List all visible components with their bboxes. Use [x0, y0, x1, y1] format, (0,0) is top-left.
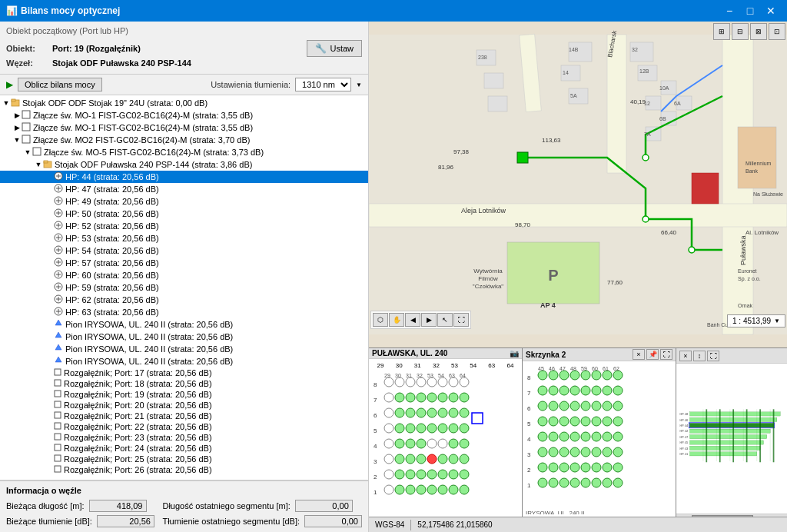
svg-text:77,60: 77,60 [607, 279, 623, 286]
tree-item[interactable]: HP: 47 (strata: 20,56 dB) [0, 183, 368, 195]
biezace-tlumienie-input[interactable] [97, 515, 154, 527]
coord-divider [410, 520, 411, 530]
dlugosc-ostatniego-input[interactable] [295, 500, 353, 512]
tree-item[interactable]: Pion IRYSOWA, UL. 240 II (strata: 20,56 … [0, 318, 368, 331]
tree-item[interactable]: ▶Złącze św. MO-1 FIST-GC02-BC16(24)-M (s… [0, 121, 368, 134]
tlumienia-select[interactable]: 1310 nm 1550 nm [295, 78, 351, 91]
nav-extent-btn[interactable]: ⛶ [453, 313, 469, 327]
tree-item[interactable]: HP: 62 (strata: 20,56 dB) [0, 294, 368, 306]
svg-point-255 [538, 463, 547, 472]
svg-point-225 [560, 401, 569, 411]
optical-close-btn[interactable]: × [679, 351, 692, 361]
svg-point-260 [592, 463, 601, 472]
tree-expand-icon[interactable]: ▼ [23, 148, 32, 156]
schema2-close-btn[interactable]: × [633, 349, 645, 360]
tree-item[interactable]: Pion IRYSOWA, UL. 240 II (strata: 20,56 … [0, 355, 368, 367]
svg-text:4: 4 [527, 436, 531, 443]
svg-point-224 [549, 401, 558, 411]
svg-rect-303 [719, 409, 721, 462]
svg-text:Ornak: Ornak [738, 303, 753, 308]
svg-text:32: 32 [632, 47, 638, 52]
tree-item[interactable]: Rozgałęźnik; Port: 17 (strata: 20,56 dB) [0, 367, 368, 378]
tree-item[interactable]: ▼Złącze św. MO-5 FIST-GC02-BC16(24)-M (s… [0, 146, 368, 158]
optical-scrollbar[interactable] [676, 514, 787, 517]
object-value: Port: 19 (Rozgałęźnik) [52, 44, 141, 53]
tree-item-text: Pion IRYSOWA, UL. 240 II (strata: 20,56 … [65, 357, 233, 366]
tree-item[interactable]: Rozgałęźnik; Port: 20 (strata: 20,56 dB) [0, 400, 368, 411]
tree-item[interactable]: HP: 44 (strata: 20,56 dB) [0, 171, 368, 183]
map-grid4-btn[interactable]: ⊡ [769, 23, 785, 40]
close-button[interactable]: ✕ [761, 0, 781, 22]
svg-point-170 [427, 454, 437, 464]
tree-item[interactable]: HP: 53 (strata: 20,56 dB) [0, 232, 368, 244]
nav-cursor-btn[interactable]: ↖ [437, 313, 453, 327]
minimize-button[interactable]: − [719, 0, 739, 22]
map-area[interactable]: ⊞ ⊟ ⊠ ⊡ ⬡ ✋ ◀ ▶ ↖ ⛶ 1 : 4513,99 ▼ [369, 22, 787, 347]
tree-item[interactable]: Rozgałęźnik; Port: 25 (strata: 20,56 dB) [0, 454, 368, 464]
svg-text:8: 8 [527, 374, 531, 381]
tree-item[interactable]: ▼Złącze św. MO2 FIST-GC02-BC16(24)-M (st… [0, 134, 368, 146]
tree-item[interactable]: ▼Stojak ODF ODF Stojak 19" 24U (strata: … [0, 97, 368, 109]
svg-text:31: 31 [406, 373, 412, 378]
toolbar-row: ▶ Oblicz bilans mocy Ustawienia tłumieni… [0, 75, 368, 95]
optical-arrows-btn[interactable]: ↕ [693, 351, 706, 361]
biezaca-dlugosc-input[interactable] [89, 500, 147, 512]
app-icon: 📊 [6, 5, 18, 16]
map-grid3-btn[interactable]: ⊠ [750, 23, 767, 40]
tree-item[interactable]: Rozgałęźnik; Port: 19 (strata: 20,56 dB) [0, 389, 368, 400]
svg-rect-1 [12, 99, 15, 101]
tree-item[interactable]: Rozgałęźnik; Port: 18 (strata: 20,56 dB) [0, 378, 368, 389]
svg-text:Puławska: Puławska [739, 235, 747, 265]
tree-item[interactable]: ▶Złącze św. MO-1 FIST-GC02-BC16(24)-M (s… [0, 109, 368, 121]
info-title: Informacja o węźle [6, 486, 362, 495]
window-controls: − □ ✕ [719, 0, 781, 22]
tree-item[interactable]: HP: 49 (strata: 20,56 dB) [0, 195, 368, 208]
tree-item[interactable]: HP: 52 (strata: 20,56 dB) [0, 220, 368, 232]
map-grid-btn[interactable]: ⊞ [713, 23, 730, 40]
calc-button[interactable]: Oblicz bilans mocy [18, 78, 102, 91]
tree-item[interactable]: Pion IRYSOWA, UL. 240 II (strata: 20,56 … [0, 331, 368, 343]
tree-item[interactable]: ▼Stojak ODF Puławska 240 PSP-144 (strata… [0, 158, 368, 171]
tree-item-text: Rozgałęźnik; Port: 17 (strata: 20,56 dB) [64, 368, 212, 377]
tree-item[interactable]: HP: 63 (strata: 20,56 dB) [0, 306, 368, 318]
svg-point-150 [384, 424, 394, 433]
svg-rect-77 [692, 173, 719, 204]
tree-item[interactable]: HP: 54 (strata: 20,56 dB) [0, 244, 368, 257]
tree-item[interactable]: HP: 59 (strata: 20,56 dB) [0, 281, 368, 294]
maximize-button[interactable]: □ [740, 0, 760, 22]
nav-prev-btn[interactable]: ◀ [405, 313, 420, 327]
tree-item[interactable]: HP: 57 (strata: 20,56 dB) [0, 257, 368, 269]
ustaw-button[interactable]: 🔧 Ustaw [307, 40, 362, 57]
nav-next-btn[interactable]: ▶ [421, 313, 437, 327]
tree-item[interactable]: Rozgałęźnik; Port: 24 (strata: 20,56 dB) [0, 443, 368, 454]
svg-point-187 [438, 485, 447, 494]
svg-point-210 [570, 371, 579, 380]
tree-item[interactable]: HP: 60 (strata: 20,56 dB) [0, 269, 368, 281]
tree-expand-icon[interactable]: ▼ [2, 99, 11, 107]
tree-expand-icon[interactable]: ▼ [12, 136, 22, 144]
tree-expand-icon[interactable]: ▼ [34, 161, 43, 168]
optical-fit-btn[interactable]: ⛶ [707, 351, 719, 361]
tree-item[interactable]: Rozgałęźnik; Port: 22 (strata: 20,56 dB) [0, 421, 368, 432]
svg-rect-57 [55, 466, 61, 472]
tree-item[interactable]: Rozgałęźnik; Port: 26 (strata: 20,56 dB) [0, 464, 368, 475]
tree-item[interactable]: Pion IRYSOWA, UL. 240 II (strata: 20,56 … [0, 343, 368, 355]
tree-item-icon [54, 390, 61, 399]
tlumienie-ostatniego-input[interactable] [304, 515, 362, 527]
tree-item[interactable]: HP: 50 (strata: 20,56 dB) [0, 208, 368, 220]
tree-container[interactable]: ▼Stojak ODF ODF Stojak 19" 24U (strata: … [0, 95, 368, 480]
tree-expand-icon[interactable]: ▶ [12, 111, 22, 119]
schema2-pin-btn[interactable]: 📌 [646, 349, 659, 360]
nav-pan-btn[interactable]: ✋ [389, 313, 404, 327]
tree-item[interactable]: Rozgałęźnik; Port: 21 (strata: 20,56 dB) [0, 411, 368, 421]
tree-item-icon [54, 444, 61, 453]
tree-item[interactable]: Rozgałęźnik; Port: 23 (strata: 20,56 dB) [0, 432, 368, 443]
schema2-expand-btn[interactable]: ⛶ [660, 349, 672, 360]
nav-left-btn[interactable]: ⬡ [373, 313, 388, 327]
svg-rect-302 [706, 409, 707, 462]
svg-rect-76 [488, 96, 507, 111]
fh8: 64 [502, 362, 519, 369]
tree-expand-icon[interactable]: ▶ [12, 124, 22, 131]
scrollbar-thumb[interactable] [692, 515, 753, 517]
map-grid2-btn[interactable]: ⊟ [732, 23, 749, 40]
